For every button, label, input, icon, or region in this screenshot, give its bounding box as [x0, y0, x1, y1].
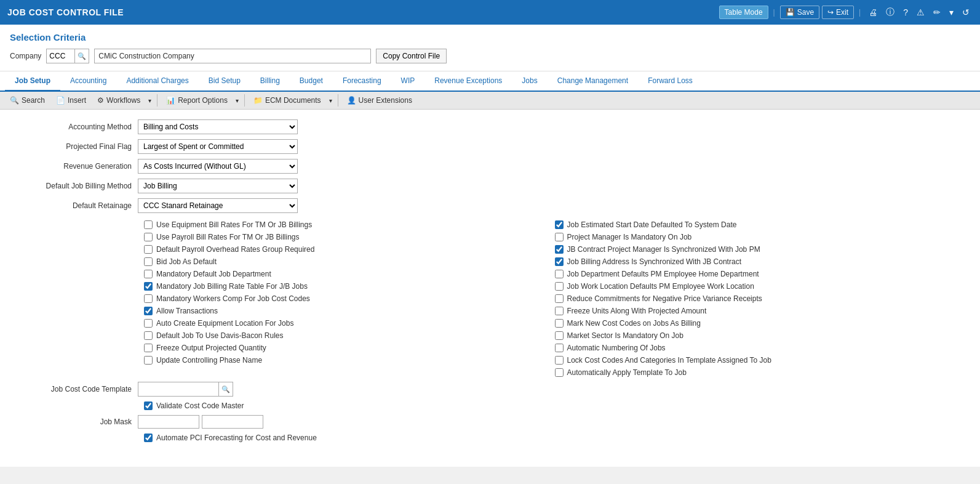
- jb-contract-pm-sync-checkbox[interactable]: [555, 245, 564, 254]
- bid-job-default-checkbox[interactable]: [144, 257, 153, 266]
- checkbox-lock-cost-codes: Lock Cost Codes And Categories In Templa…: [555, 356, 954, 365]
- insert-button[interactable]: 📄 Insert: [51, 94, 91, 107]
- use-payroll-bill-checkbox[interactable]: [144, 233, 153, 241]
- mandatory-workers-comp-checkbox[interactable]: [144, 294, 153, 303]
- report-options-icon: 📊: [166, 96, 175, 105]
- auto-apply-template-checkbox[interactable]: [555, 368, 564, 377]
- revenue-generation-select[interactable]: As Costs Incurred (Without GL) As Costs …: [138, 159, 298, 174]
- checkbox-auto-create-equipment: Auto Create Equipment Location For Jobs: [144, 319, 543, 328]
- default-job-billing-row: Default Job Billing Method Job Billing T…: [15, 179, 965, 193]
- search-button[interactable]: 🔍 Search: [5, 94, 50, 107]
- job-dept-defaults-pm-checkbox[interactable]: [555, 270, 564, 278]
- job-cost-code-template-field[interactable]: 🔍: [138, 382, 233, 397]
- freeze-output-quantity-checkbox[interactable]: [144, 344, 153, 352]
- tab-forecasting[interactable]: Forecasting: [333, 71, 391, 92]
- mandatory-billing-rate-checkbox[interactable]: [144, 282, 153, 291]
- content-area: Accounting Method Billing and Costs Cost…: [0, 110, 980, 467]
- lock-cost-codes-checkbox[interactable]: [555, 356, 564, 365]
- jb-contract-pm-sync-label: JB Contract Project Manager Is Synchroni…: [567, 245, 760, 254]
- market-sector-mandatory-checkbox[interactable]: [555, 331, 564, 340]
- checkbox-allow-transactions: Allow Transactions: [144, 307, 543, 315]
- validate-cost-code-checkbox[interactable]: [144, 401, 153, 410]
- ecm-documents-dropdown-icon[interactable]: ▾: [327, 95, 334, 106]
- report-options-button[interactable]: 📊 Report Options: [161, 94, 233, 107]
- job-cost-code-template-input[interactable]: [138, 384, 218, 395]
- workflows-dropdown-icon[interactable]: ▾: [146, 95, 153, 106]
- tab-wip[interactable]: WIP: [391, 71, 425, 92]
- checkbox-job-estimated-start: Job Estimated Start Date Defaulted To Sy…: [555, 220, 954, 229]
- workflows-button[interactable]: ⚙ Workflows: [92, 94, 145, 107]
- mandatory-default-dept-checkbox[interactable]: [144, 270, 153, 278]
- default-job-billing-select[interactable]: Job Billing T&M Cost Plus: [138, 179, 298, 193]
- company-code-input[interactable]: [47, 50, 74, 62]
- default-davis-bacon-checkbox[interactable]: [144, 331, 153, 340]
- job-cost-code-search-icon[interactable]: 🔍: [218, 382, 233, 396]
- app-header: JOB COST CONTROL FILE Table Mode | 💾 Sav…: [0, 0, 980, 25]
- help-circle-button[interactable]: ⓘ: [883, 5, 898, 20]
- copy-control-file-button[interactable]: Copy Control File: [376, 49, 447, 63]
- job-billing-address-sync-checkbox[interactable]: [555, 257, 564, 266]
- ecm-documents-button[interactable]: 📁 ECM Documents: [249, 94, 326, 107]
- job-dept-defaults-pm-label: Job Department Defaults PM Employee Home…: [567, 270, 759, 278]
- tab-additional-charges[interactable]: Additional Charges: [116, 71, 198, 92]
- automatic-numbering-checkbox[interactable]: [555, 344, 564, 352]
- use-equipment-bill-checkbox[interactable]: [144, 220, 153, 229]
- save-button[interactable]: 💾 Save: [780, 6, 819, 19]
- refresh-button[interactable]: ↺: [959, 6, 973, 19]
- checkbox-automatic-numbering: Automatic Numbering Of Jobs: [555, 344, 954, 352]
- tab-forward-loss[interactable]: Forward Loss: [638, 71, 703, 92]
- projected-final-flag-select[interactable]: Largest of Spent or Committed Spent Comm…: [138, 139, 298, 154]
- tab-revenue-exceptions[interactable]: Revenue Exceptions: [424, 71, 512, 92]
- job-estimated-start-checkbox[interactable]: [555, 220, 564, 229]
- chevron-down-icon[interactable]: ▾: [946, 6, 957, 19]
- mark-new-cost-codes-checkbox[interactable]: [555, 319, 564, 328]
- job-mask-input-2[interactable]: [202, 415, 263, 429]
- company-name-input[interactable]: [94, 49, 371, 63]
- default-payroll-overhead-checkbox[interactable]: [144, 245, 153, 254]
- tab-change-management[interactable]: Change Management: [548, 71, 638, 92]
- reduce-commitments-checkbox[interactable]: [555, 294, 564, 303]
- tab-budget[interactable]: Budget: [290, 71, 333, 92]
- default-retainage-select[interactable]: CCC Stanard Retainage: [138, 198, 298, 213]
- checkbox-job-work-location: Job Work Location Defaults PM Employee W…: [555, 282, 954, 291]
- project-manager-mandatory-checkbox[interactable]: [555, 233, 564, 241]
- user-extensions-button[interactable]: 👤 User Extensions: [342, 94, 417, 107]
- job-mask-input-1[interactable]: [138, 415, 199, 429]
- toolbar-divider3: [338, 94, 338, 107]
- job-mask-label: Job Mask: [15, 417, 138, 426]
- company-code-field[interactable]: 🔍: [46, 49, 89, 63]
- workflows-icon: ⚙: [97, 96, 104, 105]
- freeze-units-label: Freeze Units Along With Projected Amount: [567, 307, 707, 315]
- allow-transactions-checkbox[interactable]: [144, 307, 153, 315]
- tab-billing[interactable]: Billing: [250, 71, 290, 92]
- freeze-units-checkbox[interactable]: [555, 307, 564, 315]
- warning-button[interactable]: ⚠: [914, 6, 928, 19]
- auto-create-equipment-checkbox[interactable]: [144, 319, 153, 328]
- exit-button[interactable]: ↪ Exit: [822, 6, 854, 19]
- company-search-icon[interactable]: 🔍: [74, 49, 89, 63]
- print-button[interactable]: 🖨: [866, 6, 880, 19]
- toolbar-divider1: [157, 94, 157, 107]
- report-options-dropdown-icon[interactable]: ▾: [234, 95, 241, 106]
- table-mode-button[interactable]: Table Mode: [719, 6, 768, 19]
- validate-cost-code-checkbox-row: Validate Cost Code Master: [144, 401, 244, 410]
- use-payroll-bill-label: Use Payroll Bill Rates For TM Or JB Bill…: [156, 233, 300, 241]
- automate-pci-checkbox[interactable]: [144, 434, 153, 442]
- accounting-method-select[interactable]: Billing and Costs Costs Only Billing Onl…: [138, 119, 298, 134]
- edit-button[interactable]: ✏: [930, 6, 944, 19]
- update-controlling-phase-checkbox[interactable]: [144, 356, 153, 365]
- tab-jobs[interactable]: Jobs: [512, 71, 547, 92]
- company-label: Company: [10, 52, 41, 60]
- checkboxes-section: Use Equipment Bill Rates For TM Or JB Bi…: [15, 220, 965, 377]
- tab-accounting[interactable]: Accounting: [60, 71, 116, 92]
- main-tabs: Job Setup Accounting Additional Charges …: [0, 71, 980, 92]
- project-manager-mandatory-label: Project Manager Is Mandatory On Job: [567, 233, 692, 241]
- job-billing-address-sync-label: Job Billing Address Is Synchronized With…: [567, 257, 741, 266]
- default-retainage-label: Default Retainage: [15, 201, 138, 210]
- help-question-button[interactable]: ?: [900, 6, 911, 19]
- job-work-location-checkbox[interactable]: [555, 282, 564, 291]
- tab-job-setup[interactable]: Job Setup: [5, 71, 60, 92]
- mandatory-default-dept-label: Mandatory Default Job Department: [156, 270, 271, 278]
- default-retainage-row: Default Retainage CCC Stanard Retainage: [15, 198, 965, 213]
- tab-bid-setup[interactable]: Bid Setup: [199, 71, 250, 92]
